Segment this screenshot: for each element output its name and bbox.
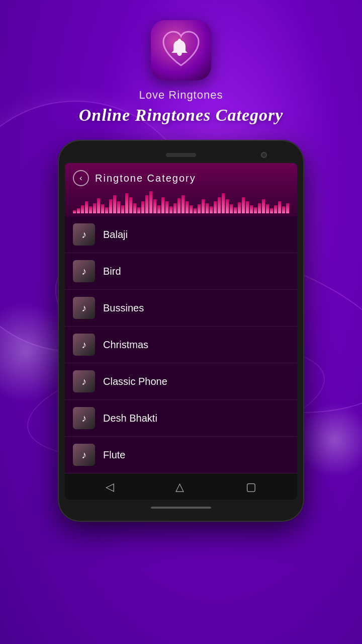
music-icon: ♪ (73, 260, 95, 282)
app-subtitle: Online Ringtones Category (79, 106, 284, 125)
phone-nav-bar: ◁ △ ▢ (65, 473, 297, 500)
phone-top-bar (65, 149, 297, 163)
back-button[interactable]: ‹ (73, 170, 89, 186)
music-icon: ♪ (73, 297, 95, 319)
category-name: Christmas (103, 339, 148, 351)
music-note-icon: ♪ (81, 229, 86, 240)
category-item-christmas[interactable]: ♪Christmas (65, 327, 297, 363)
category-name: Desh Bhakti (103, 413, 157, 424)
category-item-bird[interactable]: ♪Bird (65, 253, 297, 290)
category-list: ♪Balaji♪Bird♪Bussines♪Christmas♪Classic … (65, 216, 297, 473)
category-name: Flute (103, 449, 125, 461)
home-indicator (151, 507, 211, 509)
waveform (73, 191, 289, 216)
music-icon: ♪ (73, 444, 95, 466)
music-icon: ♪ (73, 334, 95, 356)
screen-header: ‹ Ringtone Category (65, 163, 297, 216)
category-name: Balaji (103, 229, 128, 240)
music-icon: ♪ (73, 370, 95, 392)
music-icon: ♪ (73, 407, 95, 429)
nav-home-button[interactable]: △ (175, 480, 184, 494)
category-item-classic-phone[interactable]: ♪Classic Phone (65, 363, 297, 400)
phone-bottom (65, 500, 297, 513)
category-item-bussines[interactable]: ♪Bussines (65, 290, 297, 327)
phone-mockup: ‹ Ringtone Category ♪Balaji♪Bird♪Bussine… (58, 140, 304, 522)
category-name: Bussines (103, 302, 144, 314)
music-note-icon: ♪ (81, 376, 86, 387)
screen-title: Ringtone Category (95, 173, 196, 184)
music-note-icon: ♪ (81, 413, 86, 424)
music-note-icon: ♪ (81, 449, 86, 461)
music-icon: ♪ (73, 223, 95, 246)
category-item-balaji[interactable]: ♪Balaji (65, 216, 297, 253)
category-item-flute[interactable]: ♪Flute (65, 437, 297, 473)
category-name: Bird (103, 266, 121, 277)
category-item-desh-bhakti[interactable]: ♪Desh Bhakti (65, 400, 297, 437)
phone-speaker (166, 153, 196, 157)
app-icon (151, 20, 211, 80)
category-name: Classic Phone (103, 376, 167, 387)
music-note-icon: ♪ (81, 302, 86, 314)
app-title: Love Ringtones (139, 89, 223, 102)
phone-camera (261, 152, 267, 158)
nav-recents-button[interactable]: ▢ (246, 480, 256, 494)
nav-back-button[interactable]: ◁ (106, 480, 114, 494)
music-note-icon: ♪ (81, 266, 86, 277)
music-note-icon: ♪ (81, 339, 86, 351)
phone-screen: ‹ Ringtone Category ♪Balaji♪Bird♪Bussine… (65, 163, 297, 500)
